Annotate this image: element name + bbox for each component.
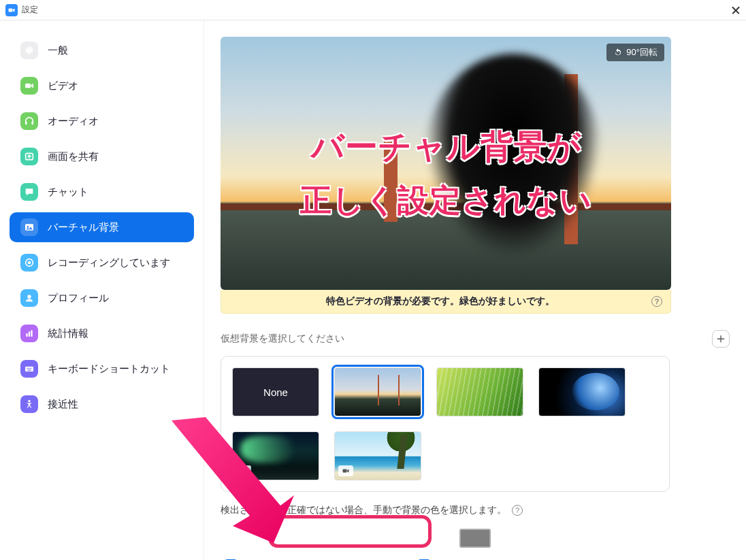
sidebar-item-stats[interactable]: 統計情報 (10, 318, 194, 348)
sidebar-item-label: オーディオ (48, 115, 99, 128)
bg-thumb-bridge[interactable] (334, 367, 421, 416)
bg-thumb-none[interactable]: None (232, 367, 319, 416)
sidebar-item-headphones[interactable]: オーディオ (10, 106, 194, 136)
video-badge-icon (236, 465, 251, 476)
bg-thumb-earth[interactable] (538, 367, 626, 416)
sidebar-item-virtual-bg[interactable]: バーチャル背景 (10, 212, 194, 242)
sidebar-item-keyboard[interactable]: キーボードショートカット (10, 354, 194, 384)
headphones-icon (20, 112, 38, 130)
close-icon[interactable] (731, 5, 741, 15)
plus-icon (715, 333, 726, 344)
profile-icon (20, 289, 38, 307)
sidebar-item-profile[interactable]: プロフィール (10, 283, 194, 313)
bg-none-label: None (263, 386, 288, 398)
sidebar-item-label: プロフィール (48, 292, 109, 305)
svg-rect-11 (26, 333, 27, 337)
overlay-text-line2: 正しく設定されない (221, 180, 671, 222)
svg-rect-17 (29, 368, 30, 369)
svg-rect-22 (343, 470, 347, 473)
sidebar-item-label: レコーディングしています (48, 257, 170, 269)
chat-icon (20, 183, 38, 201)
sidebar-item-accessibility[interactable]: 接近性 (10, 389, 194, 419)
svg-rect-2 (25, 84, 31, 88)
sidebar-item-label: 統計情報 (48, 327, 88, 340)
video-badge-icon (338, 465, 353, 476)
add-background-button[interactable] (712, 330, 730, 348)
sidebar-item-gear[interactable]: 一般 (10, 35, 194, 65)
svg-rect-16 (28, 368, 29, 369)
virtual-bg-icon (20, 218, 38, 236)
svg-rect-18 (31, 368, 31, 369)
sidebar-item-label: キーボードショートカット (48, 363, 170, 376)
sidebar-item-label: 一般 (48, 44, 68, 57)
sidebar-item-video[interactable]: ビデオ (10, 71, 194, 101)
svg-rect-4 (31, 122, 33, 125)
bg-section-title: 仮想背景を選択してください (221, 333, 712, 345)
sidebar-item-record[interactable]: レコーディングしています (10, 248, 194, 278)
titlebar: 設定 (0, 0, 746, 20)
sidebar: 一般ビデオオーディオ画面を共有チャットバーチャル背景レコーディングしていますプロ… (0, 20, 204, 560)
overlay-text-line1: バーチャル背景が (221, 125, 671, 169)
rotate-icon (613, 48, 623, 57)
warning-bar: 特色ビデオの背景が必要です。緑色が好ましいです。 ? (221, 290, 671, 314)
sidebar-item-chat[interactable]: チャット (10, 177, 194, 207)
window-title: 設定 (22, 4, 731, 16)
svg-rect-15 (27, 368, 27, 369)
color-swatch[interactable] (459, 529, 491, 548)
svg-rect-12 (29, 331, 30, 336)
share-icon (20, 148, 38, 165)
sidebar-item-label: バーチャル背景 (48, 221, 119, 234)
sidebar-item-share[interactable]: 画面を共有 (10, 142, 194, 171)
bg-thumb-grass[interactable] (436, 367, 523, 416)
bg-thumb-aurora[interactable] (232, 431, 319, 480)
main-panel: バーチャル背景が 正しく設定されない 90°回転 特色ビデオの背景が必要です。緑… (204, 20, 746, 560)
keyboard-icon (20, 360, 38, 378)
svg-point-10 (27, 295, 31, 298)
detect-hint: 検出された色は正確ではない場合、手動で背景の色を選択します。 (221, 504, 506, 516)
stats-icon (20, 325, 38, 342)
svg-rect-19 (27, 369, 31, 370)
rotate-button[interactable]: 90°回転 (606, 44, 664, 61)
sidebar-item-label: 画面を共有 (48, 150, 99, 163)
svg-rect-0 (9, 8, 13, 12)
svg-point-20 (28, 400, 30, 402)
warning-text: 特色ビデオの背景が必要です。緑色が好ましいです。 (229, 295, 651, 308)
sidebar-item-label: チャット (48, 186, 88, 199)
help-icon[interactable]: ? (512, 505, 523, 516)
svg-rect-21 (241, 470, 245, 473)
sidebar-item-label: 接近性 (48, 398, 78, 411)
bg-thumb-beach[interactable] (334, 431, 421, 480)
accessibility-icon (20, 395, 38, 413)
help-icon[interactable]: ? (651, 296, 662, 307)
svg-point-9 (28, 261, 31, 265)
background-thumbnails: None (221, 356, 670, 492)
video-icon (20, 77, 38, 95)
app-icon (5, 4, 18, 16)
record-icon (20, 254, 38, 271)
rotate-label: 90°回転 (626, 46, 658, 59)
svg-rect-3 (25, 122, 27, 125)
sidebar-item-label: ビデオ (48, 80, 78, 93)
svg-rect-13 (31, 330, 32, 336)
svg-point-7 (27, 226, 29, 228)
svg-rect-14 (25, 367, 33, 372)
gear-icon (20, 42, 38, 59)
video-preview: バーチャル背景が 正しく設定されない 90°回転 (221, 37, 671, 290)
